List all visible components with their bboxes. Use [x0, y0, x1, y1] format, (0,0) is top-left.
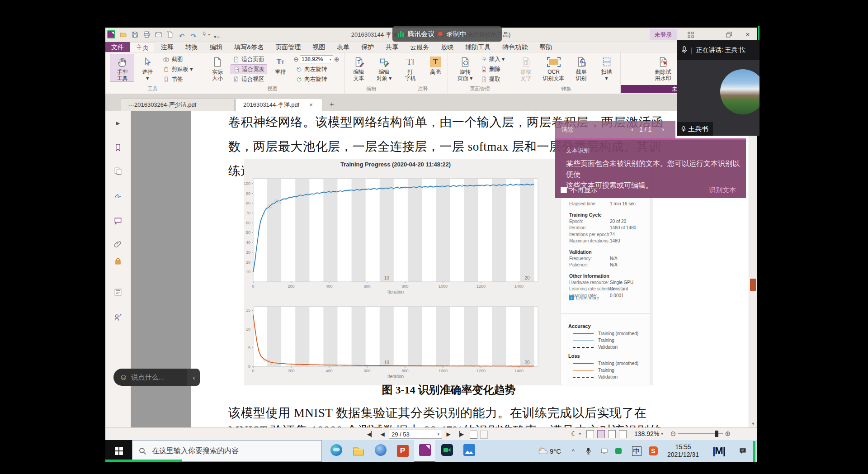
display-tray[interactable] — [598, 440, 610, 462]
screenshot-recognize-button[interactable]: A 截屏识别 — [569, 54, 594, 82]
page-number-box[interactable]: 29 / 53▾ — [389, 430, 442, 439]
ribbon-tab-10[interactable]: 共享 — [380, 42, 404, 52]
meeting-recording-pill[interactable]: 腾讯会议 录制中 — [392, 26, 502, 42]
recognize-text-button[interactable]: 识别文本 — [709, 186, 736, 194]
start-button[interactable] — [105, 440, 132, 462]
edit-text-button[interactable]: 编辑文本 — [347, 54, 371, 82]
page-dropdown-icon[interactable]: ▾ — [437, 432, 439, 436]
extract-pages-button[interactable]: 提取 — [478, 74, 507, 84]
minimize-button[interactable]: — — [703, 29, 717, 40]
zoom-out-icon[interactable]: ⊖ — [670, 430, 676, 438]
ribbon-tab-7[interactable]: 视图 — [307, 42, 331, 52]
ribbon-tab-15[interactable]: 帮助 — [533, 42, 558, 52]
taskbar-app-tencent-meeting[interactable] — [436, 440, 458, 462]
taskbar-app-file-explorer[interactable] — [348, 440, 369, 462]
remove-trial-watermark-button[interactable]: A 删除试用水印 — [650, 54, 677, 82]
rotate-right-button[interactable]: 向右旋转 — [293, 74, 339, 84]
ribbon-tab-4[interactable]: 编辑 — [204, 42, 228, 52]
restore-button[interactable] — [722, 29, 736, 40]
undo-icon[interactable]: ↶ — [176, 31, 187, 42]
zoom-in-icon[interactable]: ⊕ — [725, 430, 731, 438]
security-panel-icon[interactable] — [112, 256, 124, 267]
close-button[interactable]: ✕ — [741, 29, 755, 40]
rotate-left-button[interactable]: 向左旋转 — [293, 64, 339, 74]
reflow-button[interactable]: TT 重排 — [268, 54, 292, 76]
actual-size-button[interactable]: 实际大小 — [205, 54, 230, 82]
next-view-icon[interactable] — [480, 431, 488, 439]
night-mode-icon[interactable]: ☾ — [571, 430, 577, 438]
ribbon-tab-6[interactable]: 页面管理 — [269, 42, 307, 52]
prev-view-icon[interactable] — [470, 431, 477, 439]
vertical-scrollbar[interactable]: ▲ ▼ — [749, 111, 757, 427]
new-tab-button[interactable]: + — [330, 100, 334, 109]
login-button[interactable]: 未登录 — [650, 29, 677, 40]
collage-icon[interactable] — [684, 29, 698, 40]
prev-page-button[interactable]: ◀ — [377, 430, 387, 439]
ribbon-tab-11[interactable]: 云服务 — [404, 42, 435, 52]
sogou-tray[interactable]: S — [646, 440, 660, 462]
signature-panel-icon[interactable] — [112, 190, 124, 201]
next-page-button[interactable]: ▶ — [443, 430, 453, 439]
clock[interactable]: 15:552021/12/31 — [662, 440, 704, 462]
clipboard-button[interactable]: 剪贴板 ▾ — [160, 64, 195, 74]
ribbon-tab-14[interactable]: 特色功能 — [496, 42, 533, 52]
clear-annotations-button[interactable]: 清除 — [561, 126, 573, 134]
last-page-button[interactable]: ▕▶ — [455, 430, 465, 439]
bookmarks-panel-icon[interactable] — [112, 142, 124, 153]
print-icon[interactable] — [141, 29, 152, 40]
microphone[interactable] — [582, 440, 594, 462]
notification-center[interactable] — [734, 440, 752, 462]
fit-page-button[interactable]: 适合页面 — [231, 54, 267, 64]
ribbon-tab-3[interactable]: 转换 — [179, 42, 204, 52]
ribbon-tab-1[interactable]: 主页 — [130, 42, 155, 52]
ribbon-zoom-value[interactable]: 138.92%▾ — [300, 55, 333, 63]
scan-button[interactable]: 扫描▾ — [594, 54, 619, 82]
fields-panel-icon[interactable] — [112, 286, 124, 298]
typewriter-button[interactable]: TI 打字机 — [398, 54, 423, 82]
email-icon[interactable] — [153, 29, 164, 40]
zoom-dropdown-icon[interactable]: ▾ — [661, 431, 663, 436]
extract-text-button[interactable]: 提取文字 — [514, 54, 538, 82]
taskbar-app-powerpoint[interactable]: P — [392, 440, 413, 462]
scrollbar-thumb[interactable] — [750, 279, 756, 291]
continuous-page-icon[interactable] — [597, 430, 605, 438]
pointer-menu-icon[interactable]: ▾ — [200, 29, 211, 40]
ribbon-tab-5[interactable]: 填写&签名 — [228, 42, 269, 52]
facing-page-icon[interactable] — [608, 430, 616, 438]
emoji-icon[interactable]: ☺ — [119, 373, 127, 382]
m-logo[interactable]: |M| — [708, 440, 730, 462]
edit-object-button[interactable]: 编辑对象 ▾ — [372, 54, 396, 82]
ribbon-tab-12[interactable]: 放映 — [435, 42, 459, 52]
weather[interactable]: 9°C — [533, 440, 565, 462]
fit-visible-button[interactable]: 适合视区 — [231, 74, 267, 84]
panel-expand-icon[interactable]: ▶ — [112, 117, 124, 129]
learn-more-link[interactable]: i Learn more — [569, 295, 599, 300]
dont-show-again-checkbox[interactable] — [561, 187, 567, 193]
taskbar-app-edge[interactable] — [326, 440, 347, 462]
close-tab-icon[interactable]: × — [309, 101, 313, 108]
save-icon[interactable] — [129, 29, 140, 40]
prev-page-icon[interactable]: ‹ — [631, 125, 633, 133]
hidden-icons[interactable]: ^ — [567, 440, 579, 462]
scroll-down-icon[interactable]: ▼ — [749, 422, 757, 426]
chat-input[interactable]: ☺ 说点什么... — [113, 369, 188, 386]
first-page-button[interactable]: ◀▏ — [366, 430, 376, 439]
snapshot-button[interactable]: 截图 — [160, 54, 195, 64]
taskbar-app-browser[interactable] — [370, 440, 391, 462]
ribbon-tab-2[interactable]: 注释 — [155, 42, 179, 52]
taskbar-search[interactable]: 在这里输入你要搜索的内容 — [132, 440, 322, 462]
night-mode-dropdown[interactable]: ▾ — [579, 431, 581, 436]
meeting-video-window[interactable]: | 正在讲话: 王兵书; 王兵书 — [677, 40, 760, 136]
zoom-in-icon[interactable]: ⊕ — [334, 56, 340, 63]
document-tab-0[interactable]: ---2016303264-严少洁.pdf — [121, 98, 235, 111]
attachments-panel-icon[interactable] — [112, 238, 124, 250]
ribbon-tab-8[interactable]: 表单 — [331, 42, 355, 52]
ime-indicator[interactable]: 中 — [630, 440, 643, 462]
chat-collapse-button[interactable]: ‹ — [188, 369, 200, 386]
page-thumbnails-icon[interactable] — [112, 165, 124, 177]
new-doc-icon[interactable]: * — [165, 29, 175, 40]
ribbon-tab-9[interactable]: 保护 — [355, 42, 380, 52]
fit-width-button[interactable]: 适合宽度 — [231, 64, 267, 74]
taskbar-app-foxit[interactable] — [414, 440, 435, 462]
foxit-logo-icon[interactable] — [106, 29, 117, 40]
